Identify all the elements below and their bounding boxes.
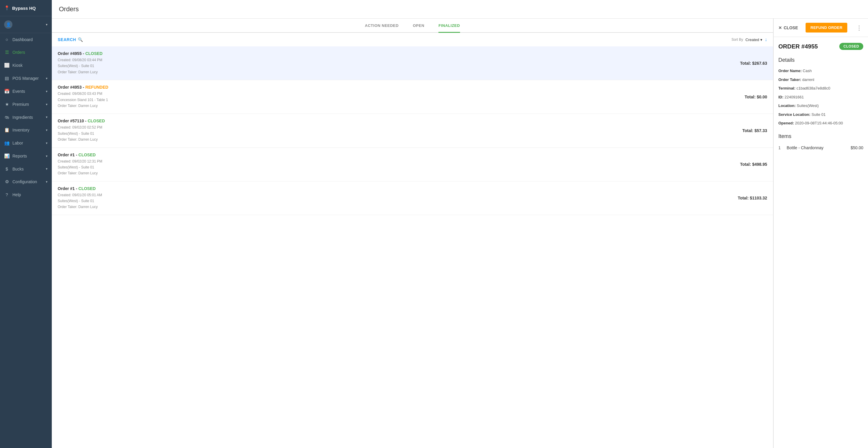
user-avatar: 👤 — [4, 21, 12, 29]
detail-field-id-: ID: 224091661 — [778, 94, 863, 100]
tab-open[interactable]: OPEN — [413, 23, 424, 33]
item-qty: 1 — [778, 145, 784, 150]
detail-field-terminal-: Terminal: c1bad638a7e8d8c0 — [778, 85, 863, 91]
more-options-button[interactable]: ⋮ — [855, 24, 863, 31]
premium-chevron-icon: ▾ — [46, 103, 48, 106]
items-section-title: Items — [778, 133, 863, 139]
order-status-badge: CLOSED — [839, 43, 863, 50]
sidebar-user[interactable]: 👤 ▾ — [0, 16, 52, 33]
pos-manager-icon: ▤ — [4, 76, 9, 81]
order-row-1b[interactable]: Order #1 - CLOSED Created: 09/01/20 05:0… — [52, 181, 773, 215]
items-list: 1 Bottle - Chardonnay $50.00 — [778, 144, 863, 151]
tab-action-needed[interactable]: ACTION NEEDED — [365, 23, 399, 33]
bucks-label: Bucks — [12, 167, 24, 171]
sort-select[interactable]: Created ▾ — [746, 38, 763, 42]
order-status-4953: REFUNDED — [85, 85, 108, 90]
close-button[interactable]: ✕ CLOSE — [778, 26, 798, 30]
sort-direction-icon[interactable]: ↓ — [765, 37, 767, 42]
sidebar-item-kiosk[interactable]: ⬜ Kiosk — [0, 59, 52, 72]
sort-dropdown-icon: ▾ — [760, 38, 763, 42]
order-row-57110[interactable]: Order #57110 - CLOSED Created: 09/02/20 … — [52, 114, 773, 147]
sidebar-item-help[interactable]: ? Help — [0, 188, 52, 201]
brand-icon: 📍 — [4, 5, 10, 11]
tab-finalized[interactable]: FINALIZED — [438, 23, 460, 33]
order-info-4955: Order #4955 - CLOSED Created: 09/08/20 0… — [58, 51, 740, 75]
kiosk-icon: ⬜ — [4, 63, 9, 68]
order-row-4955[interactable]: Order #4955 - CLOSED Created: 09/08/20 0… — [52, 46, 773, 80]
sidebar-item-pos-manager[interactable]: ▤ POS Manager ▾ — [0, 72, 52, 85]
inventory-chevron-icon: ▾ — [46, 128, 48, 132]
detail-body: ORDER #4955 CLOSED Details Order Name: C… — [774, 37, 868, 448]
refund-order-button[interactable]: REFUND ORDER — [806, 23, 847, 33]
order-status-1b: CLOSED — [79, 186, 96, 191]
events-chevron-icon: ▾ — [46, 90, 48, 93]
events-icon: 📅 — [4, 89, 9, 94]
order-row-1a[interactable]: Order #1 - CLOSED Created: 09/02/20 12:3… — [52, 148, 773, 181]
detail-panel: ✕ CLOSE REFUND ORDER ⋮ ORDER #4955 CLOSE… — [773, 19, 868, 448]
sidebar-item-configuration[interactable]: ⚙ Configuration ▾ — [0, 175, 52, 188]
search-label: SEARCH — [58, 37, 76, 42]
inventory-label: Inventory — [12, 128, 30, 132]
ingredients-label: Ingredients — [12, 115, 33, 120]
detail-field-service-location-: Service Location: Suite 01 — [778, 112, 863, 117]
sidebar-item-reports[interactable]: 📊 Reports ▾ — [0, 149, 52, 163]
sidebar-item-premium[interactable]: ★ Premium ▾ — [0, 98, 52, 111]
sidebar: 📍 Bypass HQ 👤 ▾ ○ Dashboard ☰ Orders ⬜ K… — [0, 0, 52, 448]
order-info-1a: Order #1 - CLOSED Created: 09/02/20 12:3… — [58, 152, 740, 176]
sidebar-item-bucks[interactable]: $ Bucks ▾ — [0, 163, 52, 175]
detail-field-opened-: Opened: 2020-09-08T15:44:46-05:00 — [778, 120, 863, 126]
sidebar-item-events[interactable]: 📅 Events ▾ — [0, 85, 52, 98]
item-price: $50.00 — [850, 145, 863, 150]
detail-order-title-row: ORDER #4955 CLOSED — [778, 43, 863, 50]
details-section: Details Order Name: CashOrder Taker: dar… — [778, 57, 863, 126]
order-total-4955: Total: $267.63 — [740, 61, 767, 66]
sidebar-item-orders[interactable]: ☰ Orders — [0, 46, 52, 59]
order-total-4953: Total: $0.00 — [745, 95, 767, 99]
items-section: Items 1 Bottle - Chardonnay $50.00 — [778, 133, 863, 151]
ingredients-chevron-icon: ▾ — [46, 115, 48, 119]
page-title: Orders — [59, 5, 861, 13]
dashboard-label: Dashboard — [12, 37, 33, 42]
kiosk-label: Kiosk — [12, 63, 23, 68]
sidebar-brand: 📍 Bypass HQ — [0, 0, 52, 16]
order-title-1b: Order #1 - CLOSED — [58, 186, 738, 191]
order-total-1a: Total: $498.95 — [740, 162, 767, 167]
detail-header: ✕ CLOSE REFUND ORDER ⋮ — [774, 19, 868, 37]
configuration-chevron-icon: ▾ — [46, 180, 48, 184]
search-button[interactable]: SEARCH 🔍 — [58, 37, 83, 42]
order-meta-1b: Created: 09/01/20 05:01 AMSuites(West) -… — [58, 192, 738, 210]
order-total-57110: Total: $57.33 — [742, 128, 767, 133]
details-section-title: Details — [778, 57, 863, 63]
inventory-icon: 📋 — [4, 127, 9, 133]
order-info-1b: Order #1 - CLOSED Created: 09/01/20 05:0… — [58, 186, 738, 210]
close-x-icon: ✕ — [778, 26, 782, 30]
brand-name: Bypass HQ — [12, 6, 36, 11]
bucks-icon: $ — [4, 166, 9, 171]
item-row: 1 Bottle - Chardonnay $50.00 — [778, 144, 863, 151]
order-total-1b: Total: $1103.32 — [738, 196, 767, 200]
detail-order-number: ORDER #4955 — [778, 43, 818, 50]
order-meta-57110: Created: 09/02/20 02:52 PMSuites(West) -… — [58, 125, 742, 142]
sidebar-item-inventory[interactable]: 📋 Inventory ▾ — [0, 124, 52, 137]
order-title-57110: Order #57110 - CLOSED — [58, 118, 742, 123]
detail-field-location-: Location: Suites(West) — [778, 103, 863, 109]
order-title-4953: Order #4953 - REFUNDED — [58, 85, 745, 90]
page-header: Orders — [52, 0, 868, 19]
sort-value: Created — [746, 38, 759, 42]
labor-icon: 👥 — [4, 140, 9, 146]
pos-manager-label: POS Manager — [12, 76, 39, 81]
order-title-4955: Order #4955 - CLOSED — [58, 51, 740, 56]
order-status-57110: CLOSED — [88, 118, 105, 123]
orders-toolbar: SEARCH 🔍 Sort By Created ▾ ↓ — [52, 33, 773, 46]
events-label: Events — [12, 89, 25, 94]
reports-icon: 📊 — [4, 153, 9, 159]
order-row-4953[interactable]: Order #4953 - REFUNDED Created: 09/08/20… — [52, 80, 773, 114]
sidebar-item-labor[interactable]: 👥 Labor ▾ — [0, 137, 52, 149]
tabs-bar: ACTION NEEDEDOPENFINALIZED — [52, 19, 773, 33]
labor-chevron-icon: ▾ — [46, 141, 48, 145]
sidebar-item-dashboard[interactable]: ○ Dashboard — [0, 33, 52, 46]
sidebar-item-ingredients[interactable]: 🛍 Ingredients ▾ — [0, 111, 52, 124]
bucks-chevron-icon: ▾ — [46, 167, 48, 171]
reports-label: Reports — [12, 154, 27, 159]
orders-icon: ☰ — [4, 49, 9, 55]
